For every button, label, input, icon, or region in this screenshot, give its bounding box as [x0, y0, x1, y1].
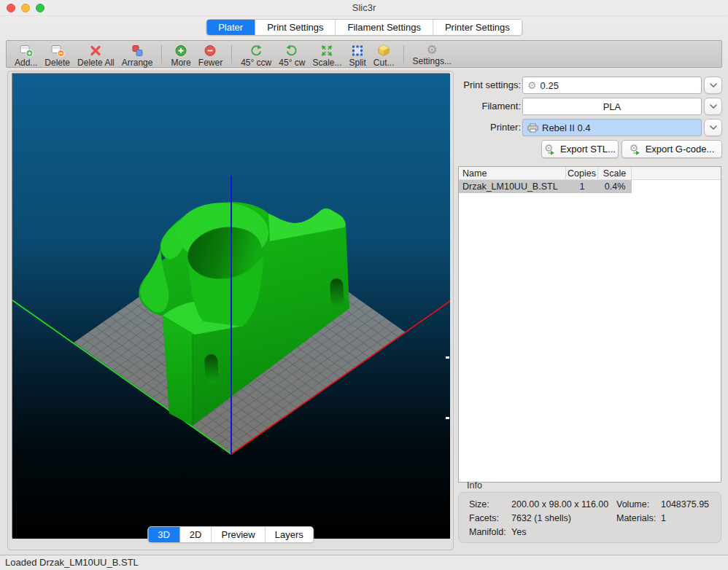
delete-all-icon: [88, 44, 103, 58]
rotate-ccw-button[interactable]: 45° ccw: [237, 42, 275, 66]
settings-gear-icon: ⚙: [427, 44, 438, 56]
toolbar-separator: [231, 45, 232, 63]
scale-icon: [320, 44, 334, 58]
object-list-table: Name Copies Scale Drzak_LM10UU_B.STL 1 0…: [458, 166, 721, 483]
scale-button[interactable]: Scale...: [309, 42, 345, 66]
export-gear-icon: ⚙: [630, 143, 642, 155]
chevron-down-icon: [710, 125, 717, 130]
filament-dropdown-button[interactable]: [704, 98, 722, 115]
facets-label: Facets:: [469, 513, 499, 523]
manifold-label: Manifold:: [469, 527, 506, 537]
arrange-icon: [130, 44, 144, 58]
printer-icon: [527, 123, 538, 133]
cut-button[interactable]: Cut...: [370, 42, 398, 66]
viewport-tick-mark: [446, 417, 449, 419]
table-header: Name Copies Scale: [459, 167, 721, 180]
tab-print-settings[interactable]: Print Settings: [255, 20, 336, 35]
zoom-button[interactable]: [36, 4, 44, 12]
export-gear-icon: ⚙: [544, 143, 557, 155]
manifold-value: Yes: [511, 527, 526, 537]
main-tab-bar: Plater Print Settings Filament Settings …: [206, 19, 522, 36]
arrange-button[interactable]: Arrange: [118, 42, 157, 66]
fewer-button[interactable]: Fewer: [195, 42, 226, 66]
add-button[interactable]: Add...: [11, 42, 41, 66]
column-header-copies[interactable]: Copies: [566, 167, 598, 179]
tab-plater[interactable]: Plater: [206, 20, 255, 35]
size-value: 200.00 x 98.00 x 116.00: [511, 499, 608, 510]
chevron-down-icon: [710, 83, 717, 87]
export-stl-button[interactable]: ⚙ Export STL...: [541, 140, 619, 158]
delete-button[interactable]: Delete: [41, 42, 74, 66]
delete-icon: [50, 44, 65, 58]
window-title: Slic3r: [0, 0, 728, 16]
minimize-button[interactable]: [21, 4, 30, 12]
toolbar-separator: [161, 45, 162, 63]
printer-combobox[interactable]: Rebel II 0.4: [522, 119, 702, 136]
materials-label: Materials:: [616, 513, 656, 523]
info-box: Size: 200.00 x 98.00 x 116.00 Volume: 10…: [458, 492, 721, 543]
status-bar: Loaded Drzak_LM10UU_B.STL: [0, 555, 728, 570]
tab-printer-settings[interactable]: Printer Settings: [433, 20, 522, 35]
rotate-cw-icon: [284, 44, 299, 58]
print-settings-combobox[interactable]: ⚙ 0.25: [522, 77, 702, 94]
size-label: Size:: [469, 499, 489, 510]
info-section-title: Info: [467, 480, 482, 491]
settings-button[interactable]: ⚙ Settings...: [409, 42, 455, 66]
materials-value: 1: [661, 513, 666, 523]
plater-panel: 3D 2D Preview Layers: [7, 71, 454, 550]
filament-label: Filament:: [458, 98, 521, 115]
column-header-filler: [632, 167, 721, 179]
toolbar: Add... Delete Delete All Arrange More: [6, 40, 722, 68]
more-button[interactable]: More: [167, 42, 194, 66]
more-icon: [174, 44, 188, 58]
window-header: Slic3r Plater Print Settings Filament Se…: [0, 0, 728, 71]
view-tab-3d[interactable]: 3D: [148, 527, 180, 542]
volume-label: Volume:: [616, 499, 649, 510]
split-icon: [350, 44, 365, 58]
column-header-name[interactable]: Name: [459, 167, 566, 179]
filament-combobox[interactable]: PLA: [522, 98, 702, 115]
column-header-scale[interactable]: Scale: [598, 167, 632, 179]
rotate-ccw-icon: [249, 44, 263, 58]
close-button[interactable]: [7, 4, 15, 12]
export-gcode-button[interactable]: ⚙ Export G-code...: [621, 140, 722, 158]
tab-filament-settings[interactable]: Filament Settings: [336, 20, 433, 35]
chevron-down-icon: [710, 104, 717, 109]
volume-value: 1048375.95: [661, 499, 709, 510]
viewport-tick-mark: [446, 356, 449, 359]
split-button[interactable]: Split: [345, 42, 369, 66]
3d-viewport-canvas[interactable]: [12, 73, 449, 538]
status-text: Loaded Drzak_LM10UU_B.STL: [5, 557, 139, 568]
traffic-lights: [7, 4, 44, 12]
rotate-cw-button[interactable]: 45° cw: [275, 42, 309, 66]
view-tab-2d[interactable]: 2D: [180, 527, 212, 542]
view-tab-layers[interactable]: Layers: [266, 527, 313, 542]
delete-all-button[interactable]: Delete All: [74, 42, 118, 66]
print-settings-dropdown-button[interactable]: [704, 77, 722, 94]
print-settings-label: Print settings:: [458, 77, 521, 94]
view-tab-preview[interactable]: Preview: [212, 527, 265, 542]
cut-icon: [376, 44, 391, 58]
printer-label: Printer:: [458, 119, 521, 136]
slic3r-window: { "window": { "title": "Slic3r" }, "main…: [0, 0, 728, 570]
toolbar-separator: [403, 45, 404, 63]
facets-value: 7632 (1 shells): [511, 513, 571, 523]
add-icon: [19, 44, 34, 58]
fewer-icon: [203, 44, 217, 58]
gear-icon: ⚙: [527, 79, 537, 91]
settings-sidebar: Print settings: ⚙ 0.25 Filament: PLA Pri…: [458, 71, 722, 552]
printer-dropdown-button[interactable]: [704, 119, 722, 136]
titlebar: Slic3r: [0, 0, 728, 16]
view-mode-tabs: 3D 2D Preview Layers: [147, 526, 314, 543]
table-row[interactable]: Drzak_LM10UU_B.STL 1 0.4%: [459, 180, 632, 193]
